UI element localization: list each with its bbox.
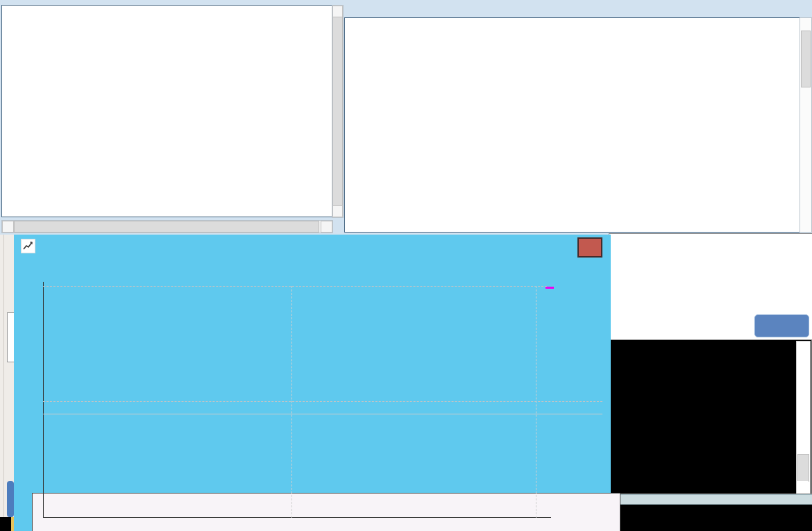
scroll-up-icon[interactable] <box>797 342 809 354</box>
scroll-down-icon[interactable] <box>797 481 809 494</box>
background-panel <box>0 235 15 531</box>
bottom-panel <box>609 505 812 531</box>
scroll-left-icon[interactable] <box>2 221 14 233</box>
log-console <box>609 339 812 494</box>
scroll-right-icon[interactable] <box>321 221 332 233</box>
orders-table-vscrollbar[interactable] <box>800 17 812 233</box>
scroll-down-icon[interactable] <box>332 205 343 217</box>
profit-line-chart <box>43 281 550 521</box>
app-screen <box>0 0 812 531</box>
scrollbar-thumb[interactable] <box>801 31 811 87</box>
blocks-table <box>1 5 333 217</box>
scroll-up-icon[interactable] <box>332 6 343 17</box>
profit-trend-window <box>14 235 611 531</box>
console-vscrollbar[interactable] <box>796 341 811 494</box>
stats-panel <box>609 233 812 340</box>
orders-table <box>344 17 801 233</box>
hidden-button-edge <box>7 481 14 517</box>
chart-window-icon <box>21 239 35 253</box>
scrollbar-thumb[interactable] <box>14 221 319 233</box>
divider <box>3 235 4 531</box>
scrollbar-thumb[interactable] <box>797 454 809 482</box>
close-button[interactable] <box>577 237 602 258</box>
scroll-up-icon[interactable] <box>800 18 810 30</box>
panel-separator <box>609 494 812 505</box>
left-table-vscrollbar[interactable] <box>332 5 344 218</box>
window-titlebar[interactable] <box>14 235 611 258</box>
scrollbar-thumb[interactable] <box>332 17 343 206</box>
scroll-down-icon[interactable] <box>800 220 810 232</box>
left-table-hscrollbar[interactable] <box>1 220 333 233</box>
profit-curve-button[interactable] <box>754 314 809 337</box>
